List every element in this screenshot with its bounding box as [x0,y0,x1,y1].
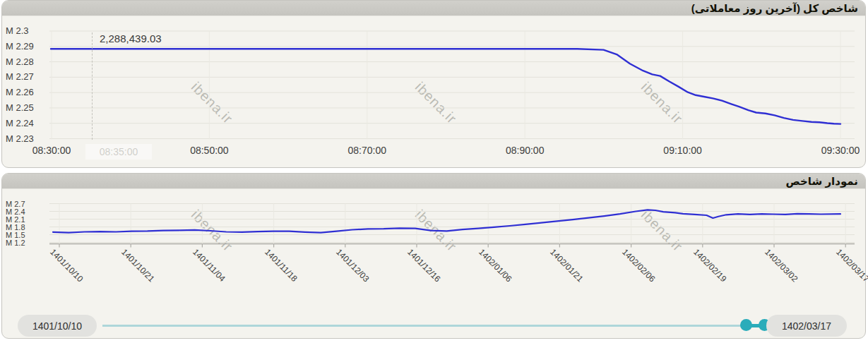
intraday-chart-plot-area[interactable] [1,17,866,164]
intraday-panel-header: شاخص کل (آخرین روز معاملاتی) [2,1,865,16]
range-start-date-pill[interactable]: 1401/10/10 [18,315,97,337]
range-end-date-pill[interactable]: 1402/03/17 [766,315,847,337]
intraday-panel-title: شاخص کل (آخرین روز معاملاتی) [691,2,858,15]
history-chart-plot-area[interactable] [1,189,866,277]
index-dashboard: شاخص کل (آخرین روز معاملاتی) نمودار شاخص… [0,0,868,343]
history-panel-title: نمودار شاخص [786,175,858,188]
history-panel-header: نمودار شاخص [2,174,865,189]
slider-track[interactable] [102,325,747,327]
slider-handle-left[interactable] [740,319,752,331]
